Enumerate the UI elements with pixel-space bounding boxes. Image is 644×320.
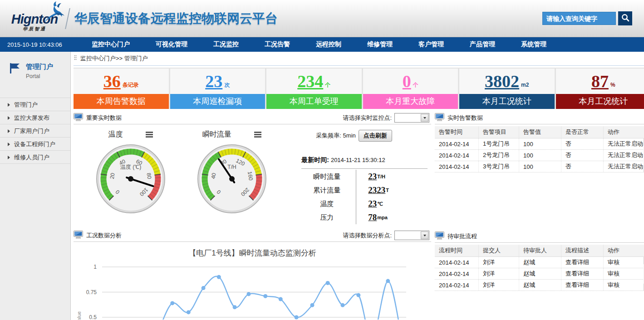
stat-unit: m2 bbox=[521, 82, 529, 88]
cell-2: 赵城 bbox=[519, 268, 561, 279]
cell-2: 赵城 bbox=[519, 257, 561, 268]
chart-menu-icon[interactable] bbox=[254, 131, 261, 138]
reading-value: 23 bbox=[368, 199, 377, 209]
alarm-table-header: 告警时间告警项目告警值是否正常动作 bbox=[435, 126, 644, 138]
cell-4[interactable]: 无法正常启动 bbox=[604, 161, 643, 172]
reading-unit: T/H bbox=[377, 174, 385, 179]
cell-1: 2号龙门吊 bbox=[479, 150, 519, 161]
cell-2: 100 bbox=[519, 150, 561, 161]
stat-label-bar[interactable]: 本周工单受理 bbox=[266, 94, 362, 109]
chart-menu-icon[interactable] bbox=[146, 131, 153, 138]
refresh-button[interactable]: 点击刷新 bbox=[359, 130, 392, 142]
svg-text:0.75: 0.75 bbox=[86, 289, 97, 295]
nav-item-8[interactable]: 系统管理 bbox=[521, 40, 546, 49]
cell-4[interactable]: 审核 bbox=[604, 257, 643, 268]
stat-label-bar[interactable]: 本月重大故障 bbox=[363, 94, 458, 109]
sidebar-item-4[interactable]: 维修人员门户 bbox=[0, 150, 70, 163]
latest-time-value: 2014-11-21 15:30:12 bbox=[331, 157, 385, 163]
nav-item-2[interactable]: 工况监控 bbox=[213, 40, 239, 49]
breadcrumb: 监控中心门户>> 管理门户 bbox=[74, 52, 644, 66]
stat-card-2: 234个本周工单受理 bbox=[266, 69, 362, 109]
sidebar-item-2[interactable]: 厂家用户门户 bbox=[0, 124, 70, 137]
antelope-logo-icon bbox=[42, 1, 65, 25]
nav-item-3[interactable]: 工况告警 bbox=[265, 40, 290, 49]
column-header-1: 告警项目 bbox=[479, 126, 519, 138]
line-chart-title: 【电厂1号线】瞬时流量动态监测分析 bbox=[74, 248, 431, 258]
stat-number: 36 bbox=[103, 73, 121, 90]
stat-number: 0 bbox=[403, 73, 411, 90]
svg-text:value: value bbox=[76, 311, 82, 320]
clock-text: 2015-10-19 10:43:06 bbox=[7, 41, 92, 48]
chevron-down-icon[interactable] bbox=[421, 231, 428, 239]
approval-section-title: 待审批流程 bbox=[447, 232, 477, 241]
stat-card-1: 23次本周巡检漏项 bbox=[170, 69, 265, 109]
flow-gauge-title: 瞬时流量 bbox=[202, 130, 231, 139]
analysis-point-select[interactable] bbox=[394, 231, 429, 240]
sidebar-item-3[interactable]: 设备工程师门户 bbox=[0, 137, 70, 150]
stat-number: 3802 bbox=[485, 73, 519, 90]
cell-4[interactable]: 审核 bbox=[604, 268, 643, 279]
portal-subtitle: Portal bbox=[26, 73, 53, 79]
alarm-table-row: 2014-02-143号龙门吊100否无法正常启动 bbox=[435, 161, 643, 172]
cell-0: 2014-02-14 bbox=[435, 268, 479, 279]
search-button[interactable] bbox=[618, 11, 632, 25]
monitor-icon bbox=[74, 231, 83, 241]
sidebar-menu: 管理门户监控大屏发布厂家用户门户设备工程师门户维修人员门户 bbox=[0, 98, 70, 164]
search-icon bbox=[621, 14, 629, 23]
flow-gauge-block: 瞬时流量 04080120160200T/H bbox=[181, 126, 282, 230]
stat-card-top: 23次 bbox=[170, 69, 265, 94]
portal-title: 管理门户 bbox=[26, 63, 53, 71]
cell-1: 刘洋 bbox=[479, 280, 519, 290]
monitor-icon bbox=[435, 113, 444, 123]
nav-item-4[interactable]: 远程控制 bbox=[316, 40, 341, 49]
sidebar-item-1[interactable]: 监控大屏发布 bbox=[0, 111, 70, 124]
approval-table-row: 2014-02-14刘洋赵城查看详细审核 bbox=[435, 257, 643, 268]
stat-label-bar[interactable]: 本月工况统计 bbox=[556, 94, 644, 109]
reading-value: 2323 bbox=[368, 185, 385, 195]
realtime-section-header: 重要实时数据 请选择实时监控点: bbox=[74, 112, 431, 124]
cell-4[interactable]: 无法正常启动 bbox=[604, 138, 643, 149]
column-header-4: 动作 bbox=[604, 126, 644, 138]
svg-text:温度 (℃): 温度 (℃) bbox=[120, 164, 141, 170]
cell-0: 2014-02-14 bbox=[435, 257, 479, 268]
reading-divider bbox=[356, 197, 356, 211]
stat-label-bar[interactable]: 本周告警数据 bbox=[74, 94, 169, 109]
approval-section-header: 待审批流程 bbox=[435, 231, 644, 243]
search-input[interactable] bbox=[542, 12, 616, 25]
reading-label: 温度 bbox=[298, 200, 356, 208]
nav-item-1[interactable]: 可视化管理 bbox=[156, 40, 187, 49]
stat-unit: % bbox=[610, 82, 615, 88]
cell-2: 100 bbox=[519, 138, 561, 149]
alarm-table: 告警时间告警项目告警值是否正常动作 2014-02-141号龙门吊100否无法正… bbox=[435, 126, 644, 172]
alarm-table-row: 2014-02-141号龙门吊100否无法正常启动 bbox=[435, 138, 643, 150]
realtime-gauges: 温度 020406080100温度 (℃) 瞬时流量 0408012016020… bbox=[74, 124, 431, 230]
monitor-point-select[interactable] bbox=[394, 113, 429, 123]
svg-text:20: 20 bbox=[108, 172, 116, 180]
stat-unit: 个 bbox=[325, 81, 330, 89]
nav-item-5[interactable]: 维修管理 bbox=[367, 40, 393, 49]
cell-4[interactable]: 无法正常启动 bbox=[604, 150, 643, 161]
chevron-down-icon[interactable] bbox=[421, 114, 428, 122]
reading-value: 23 bbox=[368, 172, 377, 182]
nav-item-7[interactable]: 产品管理 bbox=[470, 40, 495, 49]
reading-label: 压力 bbox=[298, 213, 356, 222]
stat-number: 87 bbox=[591, 73, 609, 90]
stat-label-bar[interactable]: 本周巡检漏项 bbox=[170, 94, 265, 109]
reading-value: 78 bbox=[368, 212, 377, 222]
cell-0: 2014-02-14 bbox=[435, 280, 479, 290]
stat-card-3: 0个本月重大故障 bbox=[363, 69, 458, 109]
stat-number: 234 bbox=[297, 73, 323, 90]
cell-4[interactable]: 审核 bbox=[604, 280, 643, 290]
app-header: Hignton 华辰智通 华辰智通设备远程监控物联网云平台 bbox=[0, 0, 644, 37]
approval-table-body: 2014-02-14刘洋赵城查看详细审核2014-02-14刘洋赵城查看详细审核… bbox=[435, 257, 643, 291]
reading-label: 瞬时流量 bbox=[298, 172, 356, 181]
analysis-section-title: 工况数据分析 bbox=[86, 231, 122, 240]
stat-unit: 条记录 bbox=[123, 81, 139, 89]
sidebar-item-0[interactable]: 管理门户 bbox=[0, 98, 70, 111]
nav-item-6[interactable]: 客户管理 bbox=[418, 40, 444, 49]
reading-divider bbox=[356, 211, 356, 224]
temperature-gauge-title: 温度 bbox=[108, 130, 123, 139]
reading-unit: T bbox=[386, 187, 389, 193]
stat-label-bar[interactable]: 本月工况统计 bbox=[459, 94, 555, 109]
nav-item-0[interactable]: 监控中心门户 bbox=[92, 40, 130, 49]
